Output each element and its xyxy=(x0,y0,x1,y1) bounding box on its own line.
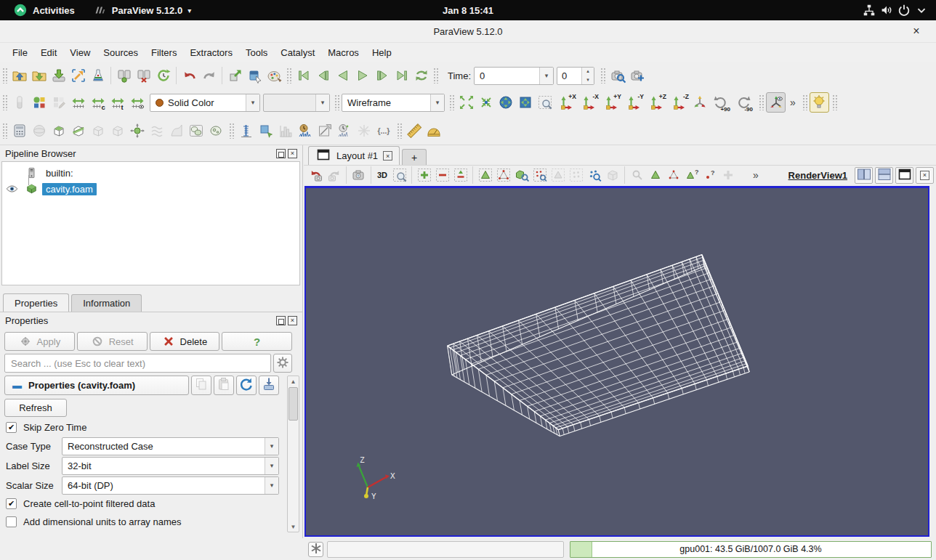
dropdown-arrow-icon[interactable]: ▾ xyxy=(265,477,278,494)
menu-catalyst[interactable]: Catalyst xyxy=(274,44,321,61)
clock[interactable]: Jan 8 15:41 xyxy=(443,5,493,16)
rescale-to-data-range-button[interactable] xyxy=(68,92,88,113)
select-surface-points-button[interactable] xyxy=(664,166,682,184)
plot-global-over-time-button[interactable] xyxy=(334,121,354,141)
spin-up-icon[interactable]: ▴ xyxy=(582,68,594,76)
component-combobox[interactable]: ▾ xyxy=(263,94,330,112)
edit-color-map-button[interactable] xyxy=(29,92,49,113)
camera-minus-y-button[interactable]: -Y xyxy=(622,92,645,113)
toolbar-handle[interactable] xyxy=(2,68,7,84)
skip-zero-time-checkbox[interactable]: ✔ xyxy=(6,422,17,433)
clip-filter-button[interactable] xyxy=(49,121,68,141)
properties-section-header[interactable]: ▬ Properties (cavity.foam) xyxy=(4,376,189,395)
representation-combobox[interactable]: Wireframe ▾ xyxy=(342,94,445,112)
select-cells-polygon-button[interactable] xyxy=(476,166,494,184)
camera-plus-z-button[interactable]: +Z xyxy=(645,92,667,113)
camera-minus-z-button[interactable]: -Z xyxy=(667,92,690,113)
refresh-button[interactable]: Refresh xyxy=(4,399,67,417)
stream-tracer-button[interactable] xyxy=(147,121,166,141)
ruler-source-button[interactable] xyxy=(404,121,424,141)
save-state-button[interactable] xyxy=(29,65,49,86)
dropdown-arrow-icon[interactable]: ▾ xyxy=(265,458,278,474)
toggle-color-legend-button[interactable] xyxy=(9,92,29,113)
play-backward-button[interactable] xyxy=(333,65,352,86)
scalar-size-combobox[interactable]: 64-bit (DP) ▾ xyxy=(62,476,279,495)
maximize-view-button[interactable] xyxy=(895,167,913,184)
layout-close-button[interactable]: × xyxy=(383,151,392,161)
visibility-eye-icon[interactable] xyxy=(6,183,18,195)
pipeline-item-builtin[interactable]: builtin: xyxy=(2,165,299,181)
query-cells-button[interactable]: ? xyxy=(682,166,701,184)
system-menu-chevron-icon[interactable] xyxy=(914,3,929,17)
tab-layout-1[interactable]: Layout #1 × xyxy=(308,146,400,165)
zoom-to-data-view-button[interactable] xyxy=(496,92,515,113)
time-value-combobox[interactable]: 0 ▾ xyxy=(474,67,554,85)
label-size-combobox[interactable]: 32-bit ▾ xyxy=(62,457,279,475)
find-data-button[interactable] xyxy=(245,65,265,86)
calculator-filter-button[interactable] xyxy=(9,121,29,141)
extract-selection-button[interactable] xyxy=(256,121,275,141)
python-calculator-button[interactable] xyxy=(354,121,374,141)
reset-button[interactable]: Reset xyxy=(77,332,148,351)
rescale-to-visible-range-button[interactable] xyxy=(127,92,147,113)
render-view-name[interactable]: RenderView1 xyxy=(788,170,847,181)
toolbar-overflow-chevron-icon[interactable]: » xyxy=(786,97,800,108)
menu-sources[interactable]: Sources xyxy=(97,44,145,61)
camera-undo-button[interactable] xyxy=(307,166,325,184)
save-data-button[interactable] xyxy=(49,65,68,86)
interactive-select-points-button[interactable] xyxy=(530,166,549,184)
light-kit-toggle[interactable] xyxy=(810,92,829,113)
zoom-closest-view-button[interactable] xyxy=(515,92,535,113)
menu-tools[interactable]: Tools xyxy=(239,44,274,61)
threshold-filter-button[interactable] xyxy=(88,121,108,141)
menu-view[interactable]: View xyxy=(63,44,97,61)
scrollbar-thumb[interactable] xyxy=(289,387,298,421)
select-cells-on-button[interactable] xyxy=(415,166,433,184)
add-units-checkbox[interactable] xyxy=(6,516,17,527)
interactive-select-cells-button[interactable] xyxy=(512,166,530,184)
hover-points-button[interactable] xyxy=(567,166,585,184)
scroll-down-arrow[interactable]: ▼ xyxy=(288,522,299,532)
apply-button[interactable]: Apply xyxy=(4,332,75,351)
group-datasets-button[interactable] xyxy=(186,121,206,141)
paste-properties-button[interactable] xyxy=(214,376,234,395)
extract-block-button[interactable] xyxy=(206,121,225,141)
view-toolbar-overflow-chevron-icon[interactable]: » xyxy=(749,169,763,181)
previous-frame-button[interactable] xyxy=(313,65,333,86)
power-icon[interactable] xyxy=(897,3,911,17)
abort-button[interactable] xyxy=(308,542,323,557)
server-disconnect-button[interactable] xyxy=(134,65,153,86)
select-points-polygon-button[interactable] xyxy=(494,166,512,184)
capture-screenshot-button[interactable] xyxy=(350,166,368,184)
zoom-to-data-button[interactable] xyxy=(608,65,627,86)
server-connect-button[interactable] xyxy=(114,65,134,86)
select-points-on-button[interactable] xyxy=(433,166,451,184)
dropdown-arrow-icon[interactable]: ▾ xyxy=(246,94,259,111)
dropdown-arrow-icon[interactable]: ▾ xyxy=(315,94,329,111)
camera-minus-x-button[interactable]: -X xyxy=(577,92,600,113)
camera-redo-button[interactable] xyxy=(325,166,343,184)
undo-button[interactable] xyxy=(179,65,199,86)
toolbar-handle[interactable] xyxy=(229,123,234,139)
scroll-up-arrow[interactable]: ▲ xyxy=(288,376,299,386)
next-frame-button[interactable] xyxy=(372,65,392,86)
new-layout-tab-button[interactable]: + xyxy=(402,149,427,165)
volume-icon[interactable] xyxy=(879,3,894,17)
toolbar-handle[interactable] xyxy=(2,94,7,110)
frame-spinbox[interactable]: 0 ▴▾ xyxy=(557,67,594,85)
first-frame-button[interactable] xyxy=(294,65,313,86)
delete-button[interactable]: Delete xyxy=(150,332,220,351)
split-horizontal-button[interactable] xyxy=(855,167,873,184)
properties-scrollbar[interactable]: ▲ ▼ xyxy=(287,376,299,532)
reset-session-button[interactable] xyxy=(153,65,173,86)
select-surface-cells-button[interactable] xyxy=(646,166,664,184)
toolbar-handle[interactable] xyxy=(334,94,339,110)
play-button[interactable] xyxy=(352,65,372,86)
close-view-button[interactable]: × xyxy=(916,167,934,184)
toolbar-handle[interactable] xyxy=(759,94,764,110)
warp-by-vector-button[interactable] xyxy=(166,121,186,141)
camera-plus-x-button[interactable]: +X xyxy=(554,92,577,113)
rotate-90-cw-button[interactable]: +90 xyxy=(709,92,732,113)
toolbar-handle[interactable] xyxy=(286,68,291,84)
reset-camera-button[interactable] xyxy=(456,92,476,113)
